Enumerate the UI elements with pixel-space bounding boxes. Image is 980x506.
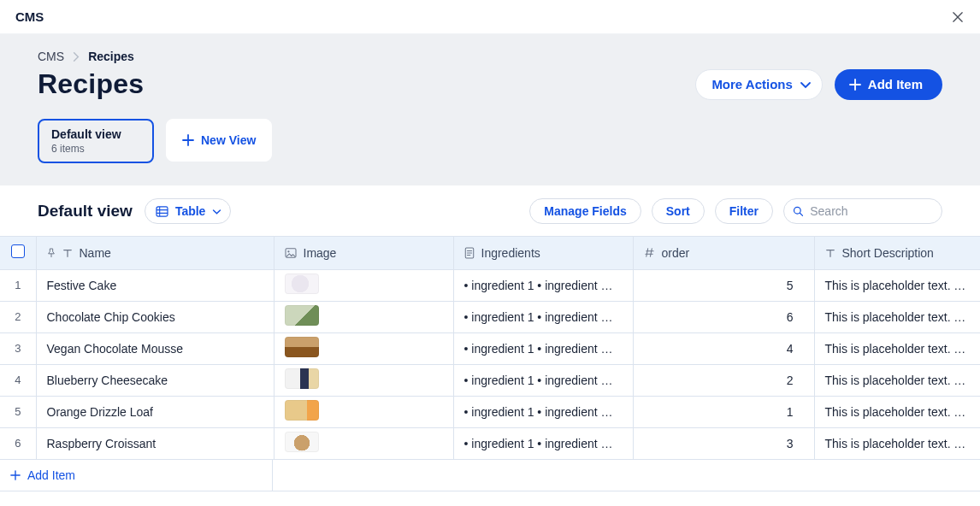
search-input[interactable]: [810, 204, 931, 218]
filter-button[interactable]: Filter: [715, 198, 773, 224]
chevron-down-icon: [212, 207, 221, 216]
thumbnail: [285, 368, 319, 389]
cell-name[interactable]: Chocolate Chip Cookies: [36, 301, 274, 332]
cell-ingredients[interactable]: • ingredient 1 • ingredient …: [453, 269, 633, 301]
cell-short-description[interactable]: This is placeholder text. T…: [814, 301, 980, 332]
manage-fields-button[interactable]: Manage Fields: [529, 198, 641, 224]
breadcrumb-root[interactable]: CMS: [38, 50, 64, 63]
column-label: Short Description: [842, 246, 934, 260]
cell-ingredients[interactable]: • ingredient 1 • ingredient …: [453, 364, 633, 396]
breadcrumb-current: Recipes: [88, 50, 134, 63]
sort-button[interactable]: Sort: [652, 198, 705, 224]
cell-short-description[interactable]: This is placeholder text. T…: [814, 396, 980, 427]
column-header-ingredients[interactable]: Ingredients: [453, 237, 633, 269]
cell-order[interactable]: 3: [633, 427, 814, 459]
add-item-button[interactable]: Add Item: [835, 69, 942, 100]
chevron-right-icon: [73, 52, 80, 62]
row-index: 1: [0, 269, 36, 301]
column-label: Ingredients: [481, 246, 540, 260]
cell-image[interactable]: [274, 332, 453, 364]
table-row[interactable]: 1Festive Cake• ingredient 1 • ingredient…: [0, 269, 980, 301]
search-icon: [793, 205, 803, 217]
close-icon: [953, 12, 963, 22]
more-actions-label: More Actions: [711, 77, 792, 91]
table-icon: [156, 206, 168, 217]
cell-short-description[interactable]: This is placeholder text. T…: [814, 427, 980, 459]
add-item-row-button[interactable]: Add Item: [0, 460, 273, 491]
new-view-button[interactable]: New View: [166, 119, 272, 162]
row-index: 2: [0, 301, 36, 332]
plus-icon: [10, 470, 21, 480]
table-row[interactable]: 2Chocolate Chip Cookies• ingredient 1 • …: [0, 301, 980, 332]
thumbnail: [285, 274, 319, 294]
cell-name[interactable]: Blueberry Cheesecake: [36, 364, 274, 396]
row-index: 3: [0, 332, 36, 364]
view-card-default[interactable]: Default view 6 items: [38, 119, 154, 163]
table-row[interactable]: 3Vegan Chocolate Mousse• ingredient 1 • …: [0, 332, 980, 364]
rich-text-type-icon: [464, 247, 475, 259]
row-index: 4: [0, 364, 36, 396]
breadcrumb: CMS Recipes: [38, 50, 942, 63]
thumbnail: [285, 400, 319, 421]
text-type-icon: [825, 248, 835, 258]
thumbnail: [285, 305, 319, 326]
cell-name[interactable]: Raspberry Croissant: [36, 427, 274, 459]
cell-short-description[interactable]: This is placeholder text. T…: [814, 364, 980, 396]
cell-image[interactable]: [274, 427, 453, 459]
plus-icon: [182, 134, 194, 146]
thumbnail: [285, 337, 319, 357]
cell-image[interactable]: [274, 269, 453, 301]
cell-order[interactable]: 6: [633, 301, 814, 332]
chevron-down-icon: [800, 79, 812, 91]
checkbox-icon: [11, 244, 25, 258]
app-title: CMS: [15, 9, 44, 24]
table-row[interactable]: 4Blueberry Cheesecake• ingredient 1 • in…: [0, 364, 980, 396]
close-button[interactable]: [951, 10, 965, 24]
cell-ingredients[interactable]: • ingredient 1 • ingredient …: [453, 332, 633, 364]
table-row[interactable]: 5Orange Drizzle Loaf• ingredient 1 • ing…: [0, 396, 980, 427]
pin-icon: [47, 248, 56, 258]
cell-name[interactable]: Vegan Chocolate Mousse: [36, 332, 274, 364]
cell-short-description[interactable]: This is placeholder text. T…: [814, 332, 980, 364]
column-label: order: [662, 246, 690, 260]
cell-order[interactable]: 4: [633, 332, 814, 364]
table-row[interactable]: 6Raspberry Croissant• ingredient 1 • ing…: [0, 427, 980, 459]
cell-image[interactable]: [274, 301, 453, 332]
add-item-label: Add Item: [868, 77, 923, 91]
cell-order[interactable]: 1: [633, 396, 814, 427]
view-card-name: Default view: [51, 127, 140, 141]
svg-point-3: [287, 250, 289, 252]
select-all-header[interactable]: [0, 237, 36, 269]
cell-ingredients[interactable]: • ingredient 1 • ingredient …: [453, 301, 633, 332]
cell-order[interactable]: 2: [633, 364, 814, 396]
search-field[interactable]: [783, 198, 942, 224]
number-type-icon: [644, 247, 655, 258]
cell-image[interactable]: [274, 364, 453, 396]
current-view-title: Default view: [38, 202, 133, 221]
page-title: Recipes: [38, 68, 144, 100]
view-card-item-count: 6 items: [51, 143, 140, 155]
cell-order[interactable]: 5: [633, 269, 814, 301]
column-header-image[interactable]: Image: [274, 237, 453, 269]
cell-image[interactable]: [274, 396, 453, 427]
cell-name[interactable]: Festive Cake: [36, 269, 274, 301]
row-index: 5: [0, 396, 36, 427]
cell-short-description[interactable]: This is placeholder text. T…: [814, 269, 980, 301]
image-type-icon: [285, 248, 297, 258]
more-actions-button[interactable]: More Actions: [695, 69, 822, 100]
column-header-short-description[interactable]: Short Description: [814, 237, 980, 269]
cell-ingredients[interactable]: • ingredient 1 • ingredient …: [453, 427, 633, 459]
row-index: 6: [0, 427, 36, 459]
column-header-order[interactable]: order: [633, 237, 814, 269]
cell-ingredients[interactable]: • ingredient 1 • ingredient …: [453, 396, 633, 427]
text-type-icon: [62, 248, 73, 258]
add-item-row-label: Add Item: [27, 468, 75, 482]
column-header-name[interactable]: Name: [36, 237, 274, 269]
view-mode-selector[interactable]: Table: [145, 198, 232, 224]
cell-name[interactable]: Orange Drizzle Loaf: [36, 396, 274, 427]
view-mode-label: Table: [175, 204, 206, 218]
column-label: Name: [80, 246, 111, 260]
svg-rect-0: [156, 206, 168, 215]
new-view-label: New View: [201, 133, 256, 147]
column-label: Image: [304, 246, 337, 260]
